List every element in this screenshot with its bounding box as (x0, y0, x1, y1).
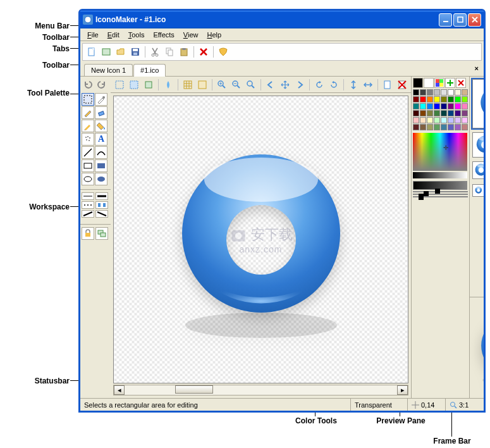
color-swatch[interactable] (455, 117, 461, 123)
color-swatch[interactable] (441, 110, 447, 116)
color-swatch[interactable] (441, 124, 447, 130)
titlebar[interactable]: IconoMaker - #1.ico (80, 11, 484, 28)
color-swatch[interactable] (455, 103, 461, 109)
rotate-right-button[interactable] (328, 78, 340, 91)
text-tool[interactable]: A (95, 133, 107, 146)
filled-rect-tool[interactable] (95, 159, 107, 172)
fill-tool[interactable] (95, 120, 107, 132)
color-swatch[interactable] (413, 117, 419, 123)
brush-diag-1[interactable] (82, 210, 94, 218)
menu-tools[interactable]: Tools (124, 30, 149, 40)
horizontal-scrollbar[interactable]: ◂ ▸ (113, 385, 408, 395)
fg-color-swatch[interactable] (413, 78, 423, 88)
add-color-button[interactable] (445, 78, 455, 88)
add-page-button[interactable] (381, 78, 394, 91)
select-shape-button[interactable] (128, 78, 140, 91)
rect-tool[interactable] (82, 159, 94, 172)
color-swatch[interactable] (427, 103, 433, 109)
tab-new-icon[interactable]: New Icon 1 (84, 64, 133, 76)
save-button[interactable] (129, 46, 142, 58)
color-swatch[interactable] (413, 103, 419, 109)
remove-color-button[interactable] (456, 78, 466, 88)
tab-close-button[interactable]: × (475, 65, 479, 72)
drop-button[interactable] (162, 78, 175, 91)
color-swatch[interactable] (427, 124, 433, 130)
color-swatch[interactable] (413, 96, 419, 103)
layers-tool[interactable] (95, 227, 108, 240)
select-rect-tool[interactable] (82, 93, 94, 106)
select-all-button[interactable] (113, 78, 126, 91)
color-swatch[interactable] (455, 89, 461, 96)
flip-v-button[interactable] (347, 78, 360, 91)
color-swatch[interactable] (420, 89, 426, 96)
new-image-button[interactable] (100, 46, 113, 58)
lock-tool[interactable] (82, 227, 94, 240)
crop-button[interactable] (142, 78, 155, 91)
color-swatch[interactable] (434, 117, 440, 123)
delete-page-button[interactable] (396, 78, 408, 91)
grid2-button[interactable] (196, 78, 209, 91)
color-swatch[interactable] (441, 89, 447, 96)
frame-item[interactable]: 48x4832bpp (471, 131, 484, 159)
maximize-button[interactable] (453, 13, 467, 27)
eyedropper-tool[interactable] (95, 93, 107, 106)
brush-tool[interactable] (82, 120, 94, 132)
frame-item[interactable]: 32x3232bpp (471, 160, 484, 180)
color-swatch[interactable] (441, 96, 447, 103)
zoom-out-button[interactable] (230, 78, 243, 91)
menu-help[interactable]: Help (203, 30, 226, 40)
color-swatch[interactable] (448, 96, 454, 103)
redo-button[interactable] (95, 78, 108, 90)
menu-file[interactable]: File (83, 30, 103, 40)
frame-item[interactable]: 128x12832bpp (471, 78, 484, 130)
line-weight-2[interactable] (95, 192, 108, 200)
color-swatch[interactable] (420, 124, 426, 130)
tab-file[interactable]: #1.ico (133, 64, 166, 77)
paste-button[interactable] (178, 46, 190, 58)
new-button[interactable] (85, 46, 98, 58)
color-swatch[interactable] (448, 117, 454, 123)
grid-button[interactable] (181, 78, 194, 91)
color-swatch[interactable] (434, 110, 440, 116)
color-swatch[interactable] (448, 110, 454, 116)
brush-dots[interactable] (82, 201, 94, 209)
color-swatch[interactable] (434, 103, 440, 109)
rotate-left-button[interactable] (313, 78, 326, 91)
copy-button[interactable] (163, 46, 176, 58)
close-button[interactable] (468, 13, 481, 27)
hue-picker[interactable]: ✛ (413, 133, 467, 171)
color-swatch[interactable] (462, 103, 468, 109)
filled-ellipse-tool[interactable] (95, 173, 107, 185)
scroll-thumb[interactable] (175, 385, 213, 394)
eraser-tool[interactable] (95, 106, 107, 119)
menu-view[interactable]: View (179, 30, 203, 40)
menu-edit[interactable]: Edit (103, 30, 124, 40)
color-swatch[interactable] (441, 103, 447, 109)
color-swatch[interactable] (455, 110, 461, 116)
value-slider[interactable] (413, 172, 467, 178)
move-right-button[interactable] (293, 78, 306, 91)
color-swatch[interactable] (420, 103, 426, 109)
color-swatch[interactable] (434, 96, 440, 103)
pencil-tool[interactable] (82, 106, 94, 119)
palette-button[interactable] (434, 78, 444, 88)
line-weight-1[interactable] (82, 192, 94, 200)
zoom-in-button[interactable] (216, 78, 228, 91)
frame-item[interactable]: 16x1632bpp (471, 182, 484, 199)
flip-h-button[interactable] (362, 78, 374, 91)
canvas[interactable]: 安下载 anxz.com (113, 96, 408, 383)
menu-effects[interactable]: Effects (149, 30, 178, 40)
help-button[interactable] (217, 46, 230, 58)
color-swatch[interactable] (448, 124, 454, 130)
color-swatch[interactable] (427, 110, 433, 116)
ellipse-tool[interactable] (82, 173, 94, 185)
color-swatch[interactable] (420, 110, 426, 116)
brush-diag-2[interactable] (95, 210, 108, 218)
opacity-slider-1[interactable] (413, 191, 468, 192)
spray-tool[interactable] (82, 133, 94, 146)
color-swatch[interactable] (420, 117, 426, 123)
move-left-button[interactable] (264, 78, 277, 91)
scroll-right-button[interactable]: ▸ (397, 385, 408, 395)
color-swatch[interactable] (413, 89, 419, 96)
opacity-slider-3[interactable] (413, 196, 468, 197)
